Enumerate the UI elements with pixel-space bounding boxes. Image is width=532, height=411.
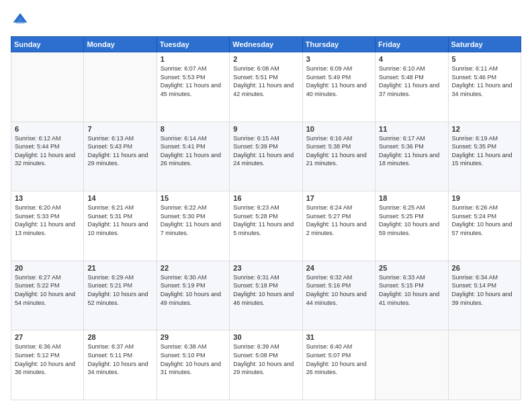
calendar-table: SundayMondayTuesdayWednesdayThursdayFrid…	[11, 36, 521, 400]
calendar-cell: 14Sunrise: 6:21 AMSunset: 5:31 PMDayligh…	[84, 191, 157, 261]
calendar-cell: 8Sunrise: 6:14 AMSunset: 5:41 PMDaylight…	[157, 122, 229, 191]
calendar-cell	[375, 330, 448, 400]
calendar-cell: 22Sunrise: 6:30 AMSunset: 5:19 PMDayligh…	[157, 261, 229, 330]
calendar-cell: 6Sunrise: 6:12 AMSunset: 5:44 PMDaylight…	[11, 122, 84, 191]
calendar-cell	[448, 330, 521, 400]
calendar-cell: 11Sunrise: 6:17 AMSunset: 5:36 PMDayligh…	[375, 122, 448, 191]
calendar-cell	[11, 52, 84, 122]
day-info: Sunrise: 6:15 AMSunset: 5:39 PMDaylight:…	[233, 134, 298, 168]
calendar-cell: 25Sunrise: 6:33 AMSunset: 5:15 PMDayligh…	[375, 261, 448, 330]
day-info: Sunrise: 6:09 AMSunset: 5:49 PMDaylight:…	[306, 64, 371, 98]
day-number: 23	[233, 264, 298, 272]
day-info: Sunrise: 6:39 AMSunset: 5:08 PMDaylight:…	[233, 342, 298, 376]
day-info: Sunrise: 6:32 AMSunset: 5:16 PMDaylight:…	[306, 273, 371, 307]
day-number: 21	[87, 264, 152, 272]
calendar-cell: 9Sunrise: 6:15 AMSunset: 5:39 PMDaylight…	[230, 122, 302, 191]
day-number: 22	[161, 264, 226, 272]
day-info: Sunrise: 6:25 AMSunset: 5:25 PMDaylight:…	[379, 203, 444, 237]
day-number: 20	[15, 264, 80, 272]
day-number: 3	[306, 55, 371, 63]
day-info: Sunrise: 6:33 AMSunset: 5:15 PMDaylight:…	[379, 273, 444, 307]
calendar-cell: 30Sunrise: 6:39 AMSunset: 5:08 PMDayligh…	[230, 330, 302, 400]
calendar-cell: 18Sunrise: 6:25 AMSunset: 5:25 PMDayligh…	[375, 191, 448, 261]
day-info: Sunrise: 6:37 AMSunset: 5:11 PMDaylight:…	[87, 342, 152, 376]
day-info: Sunrise: 6:24 AMSunset: 5:27 PMDaylight:…	[306, 203, 371, 237]
day-number: 9	[233, 125, 298, 133]
day-number: 12	[452, 125, 517, 133]
calendar-cell: 20Sunrise: 6:27 AMSunset: 5:22 PMDayligh…	[11, 261, 84, 330]
day-info: Sunrise: 6:21 AMSunset: 5:31 PMDaylight:…	[87, 203, 152, 237]
day-number: 5	[452, 55, 517, 63]
day-number: 1	[161, 55, 226, 63]
calendar-cell: 21Sunrise: 6:29 AMSunset: 5:21 PMDayligh…	[84, 261, 157, 330]
weekday-header-friday: Friday	[375, 37, 448, 52]
calendar-cell: 27Sunrise: 6:36 AMSunset: 5:12 PMDayligh…	[11, 330, 84, 400]
day-info: Sunrise: 6:10 AMSunset: 5:48 PMDaylight:…	[379, 64, 444, 98]
day-number: 27	[15, 333, 80, 341]
day-number: 17	[306, 194, 371, 202]
calendar-cell: 26Sunrise: 6:34 AMSunset: 5:14 PMDayligh…	[448, 261, 521, 330]
day-info: Sunrise: 6:23 AMSunset: 5:28 PMDaylight:…	[233, 203, 298, 237]
day-info: Sunrise: 6:12 AMSunset: 5:44 PMDaylight:…	[15, 134, 80, 168]
day-info: Sunrise: 6:11 AMSunset: 5:46 PMDaylight:…	[452, 64, 517, 98]
week-row-1: 6Sunrise: 6:12 AMSunset: 5:44 PMDaylight…	[11, 122, 521, 191]
calendar-cell: 24Sunrise: 6:32 AMSunset: 5:16 PMDayligh…	[302, 261, 375, 330]
weekday-header-row: SundayMondayTuesdayWednesdayThursdayFrid…	[11, 37, 521, 52]
page: SundayMondayTuesdayWednesdayThursdayFrid…	[0, 0, 532, 411]
calendar-cell	[84, 52, 157, 122]
weekday-header-tuesday: Tuesday	[157, 37, 229, 52]
calendar-cell: 15Sunrise: 6:22 AMSunset: 5:30 PMDayligh…	[157, 191, 229, 261]
day-info: Sunrise: 6:13 AMSunset: 5:43 PMDaylight:…	[87, 134, 152, 168]
day-info: Sunrise: 6:36 AMSunset: 5:12 PMDaylight:…	[15, 342, 80, 376]
day-info: Sunrise: 6:14 AMSunset: 5:41 PMDaylight:…	[161, 134, 226, 168]
day-number: 14	[87, 194, 152, 202]
calendar-cell: 29Sunrise: 6:38 AMSunset: 5:10 PMDayligh…	[157, 330, 229, 400]
day-info: Sunrise: 6:34 AMSunset: 5:14 PMDaylight:…	[452, 273, 517, 307]
day-number: 8	[161, 125, 226, 133]
day-info: Sunrise: 6:29 AMSunset: 5:21 PMDaylight:…	[87, 273, 152, 307]
day-number: 29	[161, 333, 226, 341]
week-row-3: 20Sunrise: 6:27 AMSunset: 5:22 PMDayligh…	[11, 261, 521, 330]
day-number: 11	[379, 125, 444, 133]
day-number: 6	[15, 125, 80, 133]
calendar-cell: 31Sunrise: 6:40 AMSunset: 5:07 PMDayligh…	[302, 330, 375, 400]
calendar-cell: 7Sunrise: 6:13 AMSunset: 5:43 PMDaylight…	[84, 122, 157, 191]
day-info: Sunrise: 6:07 AMSunset: 5:53 PMDaylight:…	[161, 64, 226, 98]
day-info: Sunrise: 6:27 AMSunset: 5:22 PMDaylight:…	[15, 273, 80, 307]
calendar-cell: 10Sunrise: 6:16 AMSunset: 5:38 PMDayligh…	[302, 122, 375, 191]
day-number: 13	[15, 194, 80, 202]
calendar-cell: 13Sunrise: 6:20 AMSunset: 5:33 PMDayligh…	[11, 191, 84, 261]
day-number: 15	[161, 194, 226, 202]
day-number: 25	[379, 264, 444, 272]
calendar-cell: 3Sunrise: 6:09 AMSunset: 5:49 PMDaylight…	[302, 52, 375, 122]
weekday-header-sunday: Sunday	[11, 37, 84, 52]
logo-icon	[11, 11, 30, 30]
weekday-header-saturday: Saturday	[448, 37, 521, 52]
day-info: Sunrise: 6:40 AMSunset: 5:07 PMDaylight:…	[306, 342, 371, 376]
day-number: 31	[306, 333, 371, 341]
day-number: 30	[233, 333, 298, 341]
day-number: 19	[452, 194, 517, 202]
day-info: Sunrise: 6:20 AMSunset: 5:33 PMDaylight:…	[15, 203, 80, 237]
calendar-cell: 12Sunrise: 6:19 AMSunset: 5:35 PMDayligh…	[448, 122, 521, 191]
calendar-cell: 28Sunrise: 6:37 AMSunset: 5:11 PMDayligh…	[84, 330, 157, 400]
weekday-header-thursday: Thursday	[302, 37, 375, 52]
weekday-header-wednesday: Wednesday	[230, 37, 302, 52]
week-row-2: 13Sunrise: 6:20 AMSunset: 5:33 PMDayligh…	[11, 191, 521, 261]
day-info: Sunrise: 6:38 AMSunset: 5:10 PMDaylight:…	[161, 342, 226, 376]
day-info: Sunrise: 6:30 AMSunset: 5:19 PMDaylight:…	[161, 273, 226, 307]
day-info: Sunrise: 6:31 AMSunset: 5:18 PMDaylight:…	[233, 273, 298, 307]
day-info: Sunrise: 6:08 AMSunset: 5:51 PMDaylight:…	[233, 64, 298, 98]
day-number: 4	[379, 55, 444, 63]
calendar-body: 1Sunrise: 6:07 AMSunset: 5:53 PMDaylight…	[11, 52, 521, 400]
day-number: 10	[306, 125, 371, 133]
day-number: 18	[379, 194, 444, 202]
logo	[11, 11, 32, 30]
day-info: Sunrise: 6:17 AMSunset: 5:36 PMDaylight:…	[379, 134, 444, 168]
day-number: 24	[306, 264, 371, 272]
calendar-cell: 16Sunrise: 6:23 AMSunset: 5:28 PMDayligh…	[230, 191, 302, 261]
calendar-cell: 5Sunrise: 6:11 AMSunset: 5:46 PMDaylight…	[448, 52, 521, 122]
day-info: Sunrise: 6:16 AMSunset: 5:38 PMDaylight:…	[306, 134, 371, 168]
day-number: 28	[87, 333, 152, 341]
calendar-cell: 4Sunrise: 6:10 AMSunset: 5:48 PMDaylight…	[375, 52, 448, 122]
